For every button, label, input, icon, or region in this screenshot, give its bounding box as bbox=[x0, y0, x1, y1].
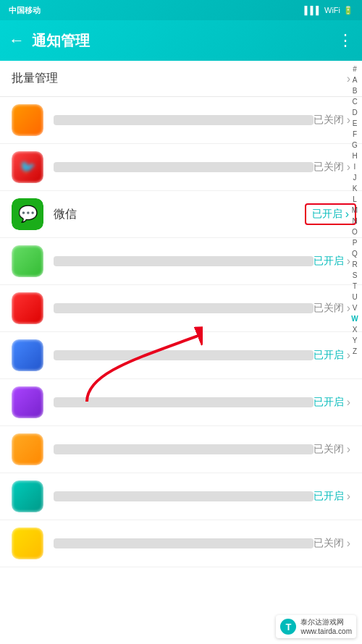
batch-management-row[interactable]: 批量管理 › bbox=[0, 61, 362, 97]
app-icon bbox=[12, 292, 43, 324]
alpha-N[interactable]: N bbox=[348, 216, 361, 226]
watermark-logo-text: T bbox=[285, 622, 291, 632]
app-icon-image bbox=[12, 245, 43, 277]
list-item[interactable]: 已关闭 › bbox=[0, 520, 362, 567]
alpha-I[interactable]: I bbox=[348, 161, 361, 172]
row-chevron-icon: › bbox=[347, 537, 350, 550]
alpha-H[interactable]: H bbox=[348, 151, 361, 161]
wechat-icon: 💬 bbox=[12, 198, 43, 230]
app-status: 已关闭 bbox=[313, 114, 344, 127]
app-icon-image bbox=[12, 339, 43, 371]
list-item[interactable]: 已开启 › bbox=[0, 379, 362, 426]
alpha-P[interactable]: P bbox=[348, 237, 361, 248]
watermark: T 泰尔达游戏网 www.tairda.com bbox=[276, 615, 356, 638]
app-status: 已开启 bbox=[313, 255, 344, 268]
app-name bbox=[54, 491, 313, 501]
app-name bbox=[54, 350, 313, 360]
app-icon bbox=[12, 104, 43, 136]
app-icon-image bbox=[12, 104, 43, 136]
alpha-Z[interactable]: Z bbox=[348, 346, 361, 357]
carrier-text: 中国移动 bbox=[9, 5, 41, 16]
status-icons: ▌▌▌ WiFi 🔋 bbox=[305, 6, 353, 15]
list-item[interactable]: 已关闭 › bbox=[0, 285, 362, 332]
batch-management-label: 批量管理 bbox=[12, 71, 58, 86]
row-chevron-icon: › bbox=[347, 396, 350, 409]
wechat-list-item[interactable]: 💬 微信 已开启 › bbox=[0, 191, 362, 238]
app-icon bbox=[12, 528, 43, 559]
app-status: 已开启 bbox=[313, 490, 344, 503]
list-item[interactable]: 已开启 › bbox=[0, 332, 362, 379]
app-icon bbox=[12, 339, 43, 371]
alpha-S[interactable]: S bbox=[348, 270, 361, 281]
app-list: 已关闭 › 🐦 已关闭 › 💬 微信 已开启 › bbox=[0, 97, 362, 567]
app-status: 已开启 bbox=[313, 349, 344, 362]
alpha-F[interactable]: F bbox=[348, 129, 361, 140]
list-item[interactable]: 已关闭 › bbox=[0, 97, 362, 144]
alpha-L[interactable]: L bbox=[348, 194, 361, 205]
app-icon bbox=[12, 433, 43, 465]
app-icon: 🐦 bbox=[12, 151, 43, 183]
wechat-logo-icon: 💬 bbox=[18, 205, 38, 224]
alpha-O[interactable]: O bbox=[348, 226, 361, 237]
app-icon-image bbox=[12, 292, 43, 324]
app-status: 已关闭 bbox=[313, 537, 344, 550]
watermark-logo: T bbox=[280, 619, 296, 635]
app-name bbox=[54, 397, 313, 407]
list-item[interactable]: 已关闭 › bbox=[0, 426, 362, 473]
app-name bbox=[54, 256, 313, 266]
alpha-K[interactable]: K bbox=[348, 183, 361, 194]
more-button[interactable]: ⋮ bbox=[337, 31, 353, 50]
app-icon bbox=[12, 245, 43, 277]
alpha-R[interactable]: R bbox=[348, 259, 361, 270]
wechat-icon-bg: 💬 bbox=[12, 198, 43, 230]
alpha-W[interactable]: W bbox=[348, 313, 361, 324]
app-status: 已关闭 bbox=[313, 161, 344, 174]
battery-icon: 🔋 bbox=[343, 6, 353, 15]
alpha-X[interactable]: X bbox=[348, 324, 361, 335]
app-status: 已关闭 bbox=[313, 443, 344, 456]
alpha-D[interactable]: D bbox=[348, 107, 361, 118]
alpha-T[interactable]: T bbox=[348, 281, 361, 292]
wifi-icon: WiFi bbox=[324, 6, 340, 14]
alpha-M[interactable]: M bbox=[348, 205, 361, 216]
app-name bbox=[54, 303, 313, 313]
wechat-status-text: 已开启 bbox=[312, 208, 342, 221]
row-chevron-icon: › bbox=[347, 443, 350, 456]
app-name bbox=[54, 444, 313, 454]
alpha-A[interactable]: A bbox=[348, 75, 361, 85]
alpha-B[interactable]: B bbox=[348, 85, 361, 96]
app-icon-image bbox=[12, 528, 43, 559]
alpha-Q[interactable]: Q bbox=[348, 248, 361, 259]
header: ← 通知管理 ⋮ bbox=[0, 20, 362, 61]
main-content: 批量管理 › 已关闭 › 🐦 已关闭 › bbox=[0, 61, 362, 644]
header-left: ← 通知管理 bbox=[9, 31, 90, 51]
status-bar: 中国移动 ▌▌▌ WiFi 🔋 bbox=[0, 0, 362, 20]
list-item[interactable]: 已开启 › bbox=[0, 473, 362, 520]
app-status: 已开启 bbox=[313, 396, 344, 409]
app-icon-image: 🐦 bbox=[12, 151, 43, 183]
app-name bbox=[54, 538, 313, 548]
app-icon-image bbox=[12, 433, 43, 465]
app-icon bbox=[12, 480, 43, 512]
page-title: 通知管理 bbox=[32, 31, 90, 51]
signal-icon: ▌▌▌ bbox=[305, 6, 321, 14]
list-item[interactable]: 🐦 已关闭 › bbox=[0, 144, 362, 191]
app-icon-image bbox=[12, 480, 43, 512]
list-item[interactable]: 已开启 › bbox=[0, 238, 362, 285]
alpha-hash[interactable]: # bbox=[348, 64, 361, 75]
alpha-G[interactable]: G bbox=[348, 140, 361, 151]
app-status: 已关闭 bbox=[313, 302, 344, 315]
alphabet-sidebar[interactable]: # A B C D E F G H I J K L M N O P Q R S … bbox=[348, 61, 362, 360]
app-icon-image bbox=[12, 386, 43, 418]
alpha-E[interactable]: E bbox=[348, 118, 361, 129]
alpha-V[interactable]: V bbox=[348, 302, 361, 313]
alpha-U[interactable]: U bbox=[348, 292, 361, 302]
app-icon bbox=[12, 386, 43, 418]
watermark-site-text: 泰尔达游戏网 www.tairda.com bbox=[300, 617, 352, 636]
alpha-Y[interactable]: Y bbox=[348, 335, 361, 346]
back-button[interactable]: ← bbox=[9, 31, 25, 50]
alpha-J[interactable]: J bbox=[348, 172, 361, 183]
row-chevron-icon: › bbox=[347, 490, 350, 503]
alpha-C[interactable]: C bbox=[348, 96, 361, 107]
app-name bbox=[54, 115, 313, 125]
